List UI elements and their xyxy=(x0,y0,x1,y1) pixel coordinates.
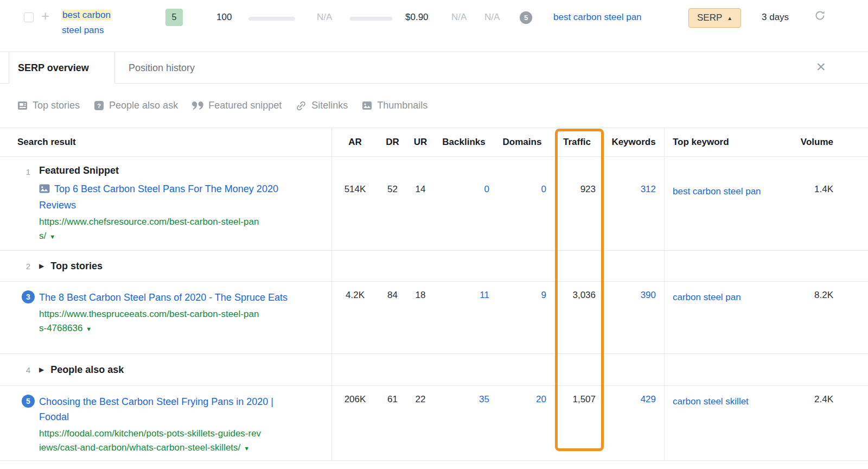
keyword-rest: steel pans xyxy=(62,25,104,35)
backlinks-link[interactable]: 0 xyxy=(484,184,489,195)
filter-top-stories[interactable]: Top stories xyxy=(17,100,80,111)
traffic-value: 923 xyxy=(551,157,603,250)
refresh-icon[interactable] xyxy=(814,10,826,23)
column-header-volume[interactable]: Volume xyxy=(787,128,868,156)
keywords-link[interactable]: 429 xyxy=(641,394,656,405)
keywords-link[interactable]: 390 xyxy=(641,290,656,301)
expand-people-also-ask[interactable]: ▶ People also ask xyxy=(39,364,124,376)
table-row: 4 ▶ People also ask xyxy=(0,354,868,386)
domains-link[interactable]: 0 xyxy=(541,184,546,195)
clicks-bar xyxy=(350,17,392,21)
kd-badge: 5 xyxy=(165,9,183,26)
column-header-traffic[interactable]: Traffic xyxy=(551,128,603,156)
column-header-backlinks[interactable]: Backlinks xyxy=(434,128,494,156)
ar-value: 206K xyxy=(332,386,378,460)
position-badge: 5 xyxy=(22,395,35,408)
filter-featured-snippet[interactable]: Featured snippet xyxy=(192,100,282,111)
row-checkbox[interactable] xyxy=(24,12,34,22)
top-keyword-link[interactable]: carbon steel skillet xyxy=(673,394,749,409)
na-value-2: N/A xyxy=(451,12,467,23)
backlinks-link[interactable]: 35 xyxy=(479,394,489,405)
filter-label: Sitelinks xyxy=(311,100,348,111)
svg-text:?: ? xyxy=(97,103,101,109)
table-header-row: Search result AR DR UR Backlinks Domains… xyxy=(0,128,868,157)
serp-button-label: SERP xyxy=(697,12,722,23)
url-dropdown-caret[interactable]: ▼ xyxy=(244,445,250,452)
expand-caret-icon: ▶ xyxy=(39,366,44,373)
na-value-3: N/A xyxy=(484,12,500,23)
result-title-link[interactable]: Top 6 Best Carbon Steel Pans For The Mon… xyxy=(39,181,298,213)
filter-label: Featured snippet xyxy=(208,100,282,111)
result-url[interactable]: https://foodal.com/kitchen/pots-pots-ski… xyxy=(39,427,263,455)
tab-serp-overview[interactable]: SERP overview xyxy=(9,52,115,84)
table-row: 3 The 8 Best Carbon Steel Pans of 2020 -… xyxy=(0,282,868,354)
keyword-table-row: + best carbon steel pans 5 100 N/A $0.90… xyxy=(0,0,868,52)
position-number: 1 xyxy=(17,165,39,176)
result-url[interactable]: https://www.thespruceeats.com/best-carbo… xyxy=(39,307,263,336)
serp-overview-panel: SERP overview Position history × Top sto… xyxy=(0,52,868,469)
dr-value: 84 xyxy=(378,282,407,353)
ur-value: 14 xyxy=(407,157,434,250)
expand-caret-icon: ▶ xyxy=(39,262,44,270)
column-header-top-keyword[interactable]: Top keyword xyxy=(665,128,787,156)
keyword-highlighted-part: best carbon xyxy=(62,10,111,20)
ar-value: 4.2K xyxy=(332,282,378,353)
filter-sitelinks[interactable]: Sitelinks xyxy=(296,100,348,111)
position-badge: 3 xyxy=(22,290,35,303)
na-value-1: N/A xyxy=(317,12,332,23)
expand-top-stories[interactable]: ▶ Top stories xyxy=(39,261,103,272)
add-to-list-icon[interactable]: + xyxy=(41,9,49,23)
table-row: 1 Featured Snippet Top 6 Best Carbon Ste… xyxy=(0,157,868,251)
column-header-ar[interactable]: AR xyxy=(332,128,378,156)
tab-label: SERP overview xyxy=(18,62,89,74)
volume-value: 100 xyxy=(216,12,232,23)
domains-link[interactable]: 20 xyxy=(536,394,546,405)
ur-value: 18 xyxy=(407,282,434,353)
url-dropdown-caret[interactable]: ▼ xyxy=(49,233,55,240)
column-header-ur[interactable]: UR xyxy=(407,128,434,156)
top-keyword-link[interactable]: best carbon steel pan xyxy=(673,184,761,199)
close-icon[interactable]: × xyxy=(816,59,826,75)
table-row: 5 Choosing the Best Carbon Steel Frying … xyxy=(0,386,868,461)
url-dropdown-caret[interactable]: ▼ xyxy=(86,326,92,332)
panel-tab-bar: SERP overview Position history × xyxy=(0,52,868,84)
result-url[interactable]: https://www.chefsresource.com/best-carbo… xyxy=(39,215,263,244)
column-header-domains[interactable]: Domains xyxy=(494,128,551,156)
top-stories-icon xyxy=(17,100,28,111)
chevron-up-icon: ▲ xyxy=(727,15,732,21)
ar-value: 514K xyxy=(332,157,378,250)
position-number: 4 xyxy=(17,365,39,375)
serp-feature-heading: Featured Snippet xyxy=(39,165,322,176)
volume-value: 1.4K xyxy=(787,157,868,250)
serp-results-table: Search result AR DR UR Backlinks Domains… xyxy=(0,128,868,461)
volume-bar xyxy=(248,17,295,21)
people-also-ask-icon: ? xyxy=(94,100,104,111)
dr-value: 52 xyxy=(378,157,407,250)
keyword-link[interactable]: best carbon steel pans xyxy=(62,8,131,38)
result-title-link[interactable]: The 8 Best Carbon Steel Pans of 2020 - T… xyxy=(39,290,298,305)
parent-keyword-link[interactable]: best carbon steel pan xyxy=(553,12,642,23)
tab-position-history[interactable]: Position history xyxy=(115,52,208,84)
top-keyword-link[interactable]: carbon steel pan xyxy=(673,290,741,305)
filter-people-also-ask[interactable]: ? People also ask xyxy=(94,100,178,111)
result-title-link[interactable]: Choosing the Best Carbon Steel Frying Pa… xyxy=(39,394,298,424)
table-row: 2 ▶ Top stories xyxy=(0,251,868,282)
dr-value: 61 xyxy=(378,386,407,460)
keywords-link[interactable]: 312 xyxy=(641,184,656,195)
column-header-dr[interactable]: DR xyxy=(378,128,407,156)
traffic-value: 1,507 xyxy=(551,386,603,460)
traffic-value: 3,036 xyxy=(551,282,603,353)
filter-label: Thumbnails xyxy=(377,100,427,111)
serp-toggle-button[interactable]: SERP ▲ xyxy=(688,8,741,28)
position-number: 2 xyxy=(17,262,39,271)
column-header-search-result[interactable]: Search result xyxy=(0,128,332,156)
filter-thumbnails[interactable]: Thumbnails xyxy=(362,100,427,111)
ur-value: 22 xyxy=(407,386,434,460)
backlinks-link[interactable]: 11 xyxy=(480,290,489,301)
domains-link[interactable]: 9 xyxy=(541,290,546,301)
volume-value: 2.4K xyxy=(787,386,868,460)
column-header-keywords[interactable]: Keywords xyxy=(603,128,665,156)
sitelinks-icon xyxy=(296,100,307,111)
thumbnail-icon xyxy=(39,182,50,198)
featured-snippet-icon xyxy=(192,102,203,110)
